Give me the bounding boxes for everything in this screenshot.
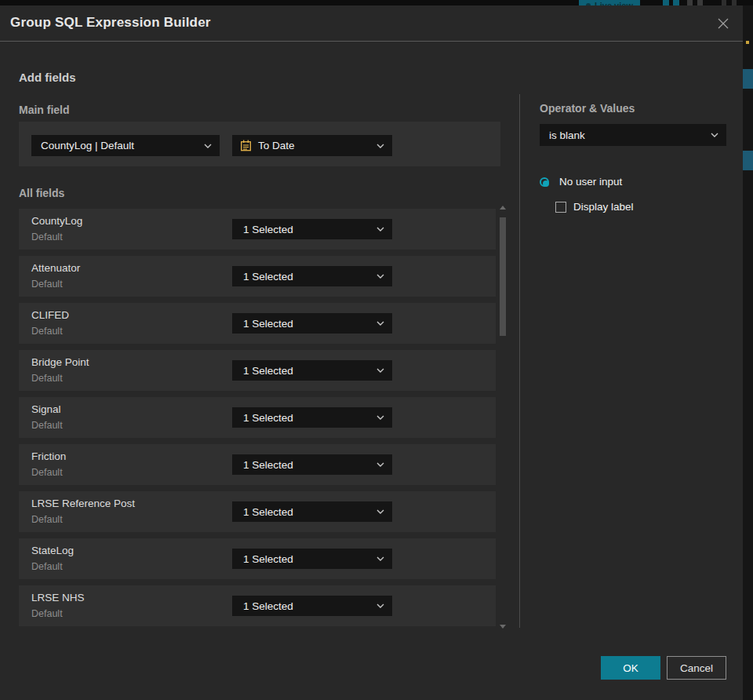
all-fields-list: CountyLog Default 1 Selected Attenuator …: [19, 209, 496, 627]
field-select-dropdown[interactable]: 1 Selected: [232, 313, 392, 334]
close-button[interactable]: [714, 14, 733, 33]
scrollbar-thumb[interactable]: [500, 217, 506, 336]
field-subtitle: Default: [31, 326, 63, 337]
field-name: Friction: [31, 450, 66, 462]
close-icon: [716, 16, 730, 31]
operator-value: is blank: [540, 129, 711, 141]
field-select-value: 1 Selected: [232, 224, 376, 235]
live-view-button[interactable]: Live view: [579, 0, 640, 5]
field-name: StateLog: [31, 545, 74, 556]
field-row: CLIFED Default 1 Selected: [19, 303, 496, 344]
chevron-down-icon: [711, 133, 718, 137]
operator-dropdown[interactable]: is blank: [540, 124, 726, 146]
background-toolbar-fragment: [673, 0, 679, 5]
field-subtitle: Default: [31, 467, 63, 478]
checkbox-unchecked-icon: [555, 202, 566, 213]
radio-selected-icon: [540, 177, 549, 187]
display-label-checkbox[interactable]: Display label: [555, 201, 634, 213]
field-row: LRSE Reference Post Default 1 Selected: [19, 491, 496, 532]
all-fields-label: All fields: [19, 187, 64, 199]
field-name: CountyLog: [31, 215, 82, 227]
main-field-label: Main field: [19, 104, 70, 116]
field-select-dropdown[interactable]: 1 Selected: [232, 219, 392, 239]
field-select-value: 1 Selected: [232, 600, 376, 612]
chevron-down-icon: [376, 462, 384, 467]
field-select-dropdown[interactable]: 1 Selected: [232, 596, 392, 616]
no-user-input-radio[interactable]: No user input: [540, 176, 622, 188]
field-select-value: 1 Selected: [232, 459, 376, 471]
field-select-value: 1 Selected: [232, 412, 376, 424]
chevron-down-icon: [376, 321, 384, 326]
chevron-down-icon: [376, 227, 384, 232]
field-row: Friction Default 1 Selected: [19, 444, 496, 485]
operator-values-label: Operator & Values: [540, 102, 635, 115]
dialog-titlebar: Group SQL Expression Builder: [0, 5, 743, 42]
chevron-down-icon: [376, 274, 384, 279]
field-subtitle: Default: [31, 279, 63, 290]
add-fields-heading: Add fields: [19, 71, 76, 84]
field-row: Signal Default 1 Selected: [19, 397, 496, 438]
main-field-layer-value: CountyLog | Default: [31, 140, 204, 151]
field-select-dropdown[interactable]: 1 Selected: [232, 360, 392, 381]
background-fragment-dot: [746, 41, 749, 44]
vertical-divider: [519, 94, 520, 628]
background-toolbar-fragment: [687, 0, 693, 5]
background-toolbar-fragment: [697, 0, 703, 5]
main-field-panel: CountyLog | Default To Date: [19, 122, 500, 166]
ok-button[interactable]: OK: [601, 656, 660, 680]
field-subtitle: Default: [31, 561, 63, 572]
field-subtitle: Default: [31, 514, 63, 525]
display-label-label: Display label: [573, 201, 634, 213]
main-field-field-value: To Date: [252, 140, 376, 151]
field-select-value: 1 Selected: [232, 271, 376, 283]
background-toolbar-fragment: [663, 0, 669, 5]
field-select-dropdown[interactable]: 1 Selected: [232, 266, 392, 286]
background-toolbar-fragment: [722, 0, 726, 5]
chevron-down-icon: [376, 368, 384, 373]
chevron-down-icon: [376, 556, 384, 561]
field-subtitle: Default: [31, 232, 63, 242]
scrollbar-down-arrow-icon[interactable]: [500, 625, 506, 629]
field-subtitle: Default: [31, 608, 63, 619]
field-subtitle: Default: [31, 373, 63, 384]
field-select-dropdown[interactable]: 1 Selected: [232, 454, 392, 475]
dialog-title: Group SQL Expression Builder: [10, 15, 211, 31]
field-select-value: 1 Selected: [232, 553, 376, 565]
field-name: Signal: [31, 403, 61, 415]
field-select-value: 1 Selected: [232, 365, 376, 377]
background-app-strip: Live view: [0, 0, 753, 5]
field-select-value: 1 Selected: [232, 318, 376, 330]
field-row: StateLog Default 1 Selected: [19, 538, 496, 579]
scrollbar-up-arrow-icon[interactable]: [500, 206, 506, 210]
field-select-value: 1 Selected: [232, 506, 376, 518]
no-user-input-label: No user input: [559, 176, 622, 188]
chevron-down-icon: [376, 144, 384, 148]
background-right-strip: [743, 5, 753, 700]
calendar-icon: [240, 140, 252, 151]
field-select-dropdown[interactable]: 1 Selected: [232, 501, 392, 522]
chevron-down-icon: [376, 415, 384, 420]
field-name: LRSE NHS: [31, 592, 85, 603]
field-row: Attenuator Default 1 Selected: [19, 256, 496, 297]
chevron-down-icon: [204, 144, 212, 148]
field-row: Bridge Point Default 1 Selected: [19, 350, 496, 391]
field-name: CLIFED: [31, 309, 69, 321]
field-select-dropdown[interactable]: 1 Selected: [232, 549, 392, 569]
background-highlight-fragment: [743, 69, 753, 89]
cancel-button[interactable]: Cancel: [667, 656, 726, 680]
field-row: CountyLog Default 1 Selected: [19, 209, 496, 250]
chevron-down-icon: [376, 603, 384, 608]
all-fields-scrollbar[interactable]: [499, 204, 507, 630]
field-subtitle: Default: [31, 420, 63, 431]
background-highlight-fragment: [743, 151, 753, 170]
field-name: Attenuator: [31, 262, 80, 274]
chevron-down-icon: [376, 509, 384, 514]
main-field-layer-dropdown[interactable]: CountyLog | Default: [31, 135, 220, 156]
group-sql-expression-builder-dialog: Group SQL Expression Builder Add fields …: [0, 5, 743, 700]
main-field-field-dropdown[interactable]: To Date: [232, 135, 392, 156]
field-select-dropdown[interactable]: 1 Selected: [232, 407, 392, 428]
field-name: LRSE Reference Post: [31, 498, 135, 509]
screen: Live view Group SQL Expression Builder A…: [0, 0, 753, 700]
field-row: LRSE NHS Default 1 Selected: [19, 585, 496, 626]
field-name: Bridge Point: [31, 356, 89, 368]
